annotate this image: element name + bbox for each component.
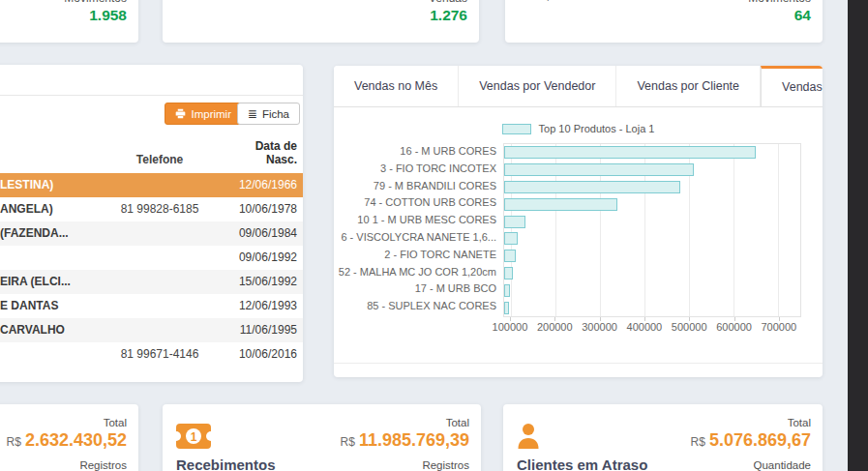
sales-tabbar: Vendas no MêsVendas por VendedorVendas p… [334, 66, 823, 107]
customer-phone [92, 173, 227, 197]
dashboard: Movimentos 1.958 Vendas 1.276 $ Moviment… [0, 0, 868, 471]
customer-row[interactable]: 09/06/1992 [0, 246, 303, 270]
axis-tick-label: 100000 [493, 321, 528, 333]
customers-panel: Imprimir ≣ Ficha Telefone Data de Nasc. … [0, 65, 303, 382]
sales-panel: Vendas no MêsVendas por VendedorVendas p… [334, 66, 823, 377]
ficha-button-label: Ficha [262, 108, 289, 120]
customers-panel-header [0, 65, 303, 96]
customers-table-body: LESTINA)12/06/1966ANGELA)81 99828-618510… [0, 173, 303, 367]
printer-icon [175, 108, 186, 119]
customers-toolbar: Imprimir ≣ Ficha [0, 96, 303, 142]
chart-legend: Top 10 Produtos - Loja 1 [334, 123, 823, 134]
print-button[interactable]: Imprimir [165, 103, 242, 125]
customer-birthdate: 12/06/1993 [227, 294, 303, 318]
tab-vendas-por-cliente[interactable]: Vendas por Cliente [616, 66, 761, 106]
stat-footer-label: Registros [7, 459, 127, 471]
legend-label: Top 10 Produtos - Loja 1 [539, 123, 655, 134]
customer-name: EIRA (ELCI... [0, 270, 92, 294]
stat-card-title: Clientes em Atraso [517, 456, 647, 471]
bar [504, 146, 756, 159]
customer-name: (FAZENDA... [0, 221, 92, 246]
bar-label: 17 - M URB BCO [334, 280, 503, 298]
customer-name: CARVALHO [0, 318, 92, 342]
column-header-telefone: Telefone [92, 153, 227, 166]
bar [504, 198, 617, 211]
chart-x-axis: 1000002000003000004000005000006000007000… [503, 317, 801, 333]
customer-row[interactable]: (FAZENDA...09/06/1984 [0, 221, 303, 246]
bar-row [504, 265, 800, 282]
stat-total-label: Total [691, 417, 811, 428]
summary-card-movimentos-loja1: Movimentos 1.958 [0, 0, 138, 43]
customer-row[interactable]: ANGELA)81 99828-618510/06/1978 [0, 197, 303, 221]
stat-total-label: Total [341, 417, 469, 428]
stat-footer-label: Registros [341, 459, 469, 471]
customers-table-header: Telefone Data de Nasc. [0, 142, 303, 173]
customer-birthdate: 10/06/2016 [227, 342, 303, 367]
person-icon [517, 423, 540, 454]
bar-row [504, 281, 800, 299]
stat-card-clientes-em-atraso: Clientes em Atraso Total R$5.076.869,67 … [503, 404, 823, 471]
axis-tick-label: 400000 [627, 321, 663, 333]
summary-label: Vendas [429, 0, 467, 5]
tab-vendas-por-vendedor[interactable]: Vendas por Vendedor [459, 66, 616, 106]
axis-tick-label: 500000 [672, 321, 707, 333]
bar-label: 16 - M URB CORES [334, 143, 503, 161]
tab-vendas-no-m-s[interactable]: Vendas no Mês [334, 66, 459, 106]
stat-amount: 5.076.869,67 [709, 430, 811, 450]
stat-footer-label: Quantidade [691, 459, 811, 471]
bar-label: 10 1 - M URB MESC CORES [334, 212, 503, 229]
customer-birthdate: 12/06/1966 [227, 173, 303, 197]
chart-y-labels: 16 - M URB CORES3 - FIO TORC INCOTEX79 -… [334, 143, 503, 317]
legend-swatch [502, 124, 531, 134]
customer-row[interactable]: EIRA (ELCI...15/06/1992 [0, 270, 303, 294]
customer-name [0, 342, 92, 367]
bar-row [504, 144, 800, 162]
customer-row[interactable]: E DANTAS12/06/1993 [0, 294, 303, 318]
money-bill-icon: 1 [176, 423, 211, 454]
customer-phone [92, 318, 227, 342]
customer-birthdate: 10/06/1978 [227, 197, 303, 221]
currency-icon: $ [544, 0, 552, 3]
axis-tick-label: 200000 [537, 321, 573, 333]
summary-label: Movimentos [64, 0, 127, 5]
bar [504, 232, 518, 245]
stat-amount: 11.985.769,39 [359, 430, 469, 450]
bar-label: 79 - M BRANDILI CORES [334, 178, 503, 195]
chart-plot-area [503, 143, 801, 317]
summary-value: 64 [748, 7, 811, 23]
axis-tick-label: 600000 [716, 321, 752, 333]
customer-phone: 81 99671-4146 [92, 342, 227, 367]
customer-birthdate: 11/06/1995 [227, 318, 303, 342]
svg-text:1: 1 [191, 430, 197, 444]
axis-tick-label: 300000 [582, 321, 617, 333]
currency-prefix: R$ [341, 435, 355, 449]
summary-value: 1.958 [64, 7, 127, 23]
customer-phone [92, 294, 227, 318]
customer-row[interactable]: CARVALHO11/06/1995 [0, 318, 303, 342]
stat-card-total-1: Total R$2.632.430,52 Registros [0, 404, 138, 471]
customer-birthdate: 09/06/1992 [227, 246, 303, 270]
bar-label: 85 - SUPLEX NAC CORES [334, 298, 503, 315]
bar [504, 163, 694, 176]
currency-prefix: R$ [691, 435, 705, 449]
tab-vendas-por-produto[interactable]: Vendas por Produto [761, 66, 823, 107]
ficha-button[interactable]: ≣ Ficha [237, 103, 300, 125]
bar-row [504, 248, 800, 265]
print-button-label: Imprimir [191, 108, 231, 120]
bar-row [504, 179, 800, 196]
sales-panel-footer [334, 363, 823, 377]
customer-phone [92, 270, 227, 294]
customer-row[interactable]: LESTINA)12/06/1966 [0, 173, 303, 197]
customer-phone [92, 246, 227, 270]
currency-prefix: R$ [7, 435, 21, 449]
column-header-data-nasc: Data de Nasc. [227, 139, 303, 166]
customer-phone: 81 99828-6185 [92, 197, 227, 221]
bar [504, 284, 510, 297]
summary-card-movimentos-2: $ Movimentos 64 [505, 0, 823, 43]
axis-tick-label: 700000 [761, 321, 796, 333]
customer-birthdate: 09/06/1984 [227, 221, 303, 246]
stat-card-title: Recebimentos [176, 456, 276, 471]
customer-row[interactable]: 81 99671-414610/06/2016 [0, 342, 303, 367]
customer-name: LESTINA) [0, 173, 92, 197]
customer-phone [92, 221, 227, 246]
